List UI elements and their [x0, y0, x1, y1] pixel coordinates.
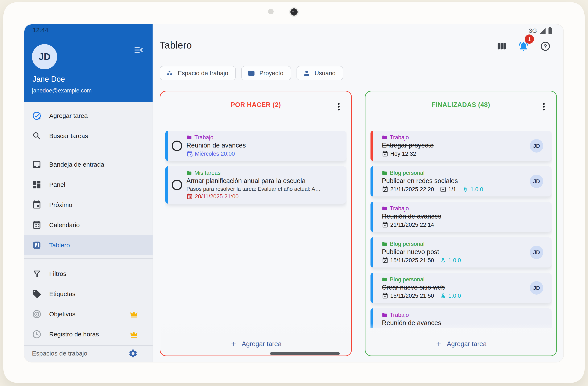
sidebar-item-label: Registro de horas	[49, 331, 99, 338]
task-title: Reunión de avances	[382, 212, 526, 221]
menu-collapse-icon[interactable]	[133, 44, 144, 56]
folder-icon	[382, 277, 387, 282]
meta-event-available: 21/11/2025 22:20	[382, 186, 434, 193]
column-footer: Agregar tarea	[161, 323, 351, 355]
task-card[interactable]: TrabajoReunión de avancesMiércoles 20:00	[165, 131, 347, 161]
rocket-icon	[440, 293, 446, 299]
columns-view-icon[interactable]	[496, 41, 507, 52]
project-label: Blog personal	[382, 276, 526, 283]
sidebar-item-buscar-tareas[interactable]: Buscar tareas	[24, 126, 153, 146]
task-card[interactable]: TrabajoEntregar proyectoHoy 12:32JD	[371, 131, 552, 161]
kebab-icon[interactable]	[539, 102, 549, 112]
board-icon	[32, 240, 42, 250]
column-por-hacer: POR HACER (2)TrabajoReunión de avancesMi…	[160, 91, 352, 356]
task-card[interactable]: Blog personalCrear nuevo sitio web15/11/…	[371, 273, 552, 303]
project-label: Blog personal	[382, 169, 526, 177]
rocket-icon	[440, 257, 446, 264]
sidebar-item-label: Panel	[49, 181, 65, 188]
sidebar-item-agregar-tarea[interactable]: Agregar tarea	[24, 106, 153, 126]
workspaces-bar[interactable]: Espacios de trabajo	[24, 345, 153, 362]
sidebar-header: 12:44 JD Jane Doe janedoe@example.com	[24, 24, 153, 102]
chip-label: Proyecto	[259, 70, 283, 77]
event-icon	[186, 193, 193, 200]
task-card[interactable]: Mis tareasArmar planificación anual para…	[165, 166, 347, 203]
main-area: 3G Tablero 1 ? Espacio de trabajoProyect…	[153, 24, 563, 362]
meta-event-available: 15/11/2025 21:50	[382, 293, 434, 299]
task-card[interactable]: TrabajoReunión de avances21/11/2025 22:1…	[371, 202, 552, 232]
crown-icon	[129, 329, 139, 339]
sidebar-item-objetivos[interactable]: Objetivos	[24, 304, 153, 324]
horizontal-scrollbar[interactable]	[270, 352, 340, 355]
gear-icon[interactable]	[128, 349, 138, 358]
filter-chip-usuario[interactable]: Usuario	[296, 66, 343, 80]
sidebar-divider	[24, 149, 153, 149]
sidebar-item-label: Buscar tareas	[49, 132, 88, 140]
complete-checkbox[interactable]	[172, 180, 182, 190]
add-task-button[interactable]: Agregar tarea	[435, 340, 487, 348]
event-available-icon	[382, 257, 388, 264]
sidebar-item-label: Filtros	[49, 270, 66, 277]
assignee-avatar: JD	[530, 175, 543, 188]
card-accent-bar	[371, 131, 373, 161]
task-card[interactable]: Blog personalPublicar nuevo post15/11/20…	[371, 237, 552, 267]
task-meta: 15/11/2025 21:501.0.0	[382, 256, 526, 264]
chip-label: Espacio de trabajo	[178, 70, 228, 77]
user-name: Jane Doe	[33, 75, 65, 84]
card-accent-bar	[371, 202, 373, 232]
meta-checklist: 1/1	[440, 186, 456, 193]
user-email: janedoe@example.com	[32, 87, 92, 94]
event-available-icon	[382, 293, 388, 299]
sidebar-item-calendario[interactable]: Calendario	[24, 215, 153, 235]
assignee-avatar: JD	[530, 139, 543, 153]
meta-event: 20/11/2025 21:00	[186, 193, 238, 200]
sidebar-item-label: Etiquetas	[49, 290, 75, 298]
meta-event-available: 21/11/2025 22:14	[382, 222, 434, 228]
sidebar-item-bandeja-de-entrada[interactable]: Bandeja de entrada	[24, 154, 153, 175]
sidebar-item-panel[interactable]: Panel	[24, 175, 153, 195]
upcoming-icon	[32, 200, 42, 210]
project-label: Trabajo	[186, 134, 321, 141]
filter-chip-proyecto[interactable]: Proyecto	[241, 66, 291, 80]
column-title: FINALIZADAS (48)	[365, 101, 556, 109]
sidebar-item-label: Agregar tarea	[49, 112, 88, 119]
task-meta: Hoy 12:32	[382, 150, 526, 158]
sidebar-item-label: Próximo	[49, 201, 72, 208]
card-accent-bar	[371, 273, 373, 303]
task-meta: 15/11/2025 21:501.0.0	[382, 292, 526, 300]
task-title: Crear nuevo sitio web	[382, 283, 526, 292]
column-finalizadas: FINALIZADAS (48)TrabajoEntregar proyecto…	[365, 91, 557, 356]
task-title: Reunión de avances	[186, 141, 321, 150]
signal-icon	[540, 28, 546, 34]
complete-checkbox[interactable]	[172, 141, 182, 151]
notifications-bell-icon[interactable]: 1	[518, 41, 529, 52]
help-icon[interactable]: ?	[540, 41, 551, 52]
task-card[interactable]: Blog personalPublicar en redes sociales2…	[371, 166, 552, 197]
add-task-icon	[32, 111, 42, 121]
event-available-icon	[382, 222, 388, 228]
task-title: Publicar en redes sociales	[382, 177, 526, 185]
tablet-frame: 12:44 JD Jane Doe janedoe@example.com Ag…	[3, 2, 585, 383]
sidebar-item-tablero[interactable]: Tablero	[24, 235, 153, 255]
column-cards: TrabajoEntregar proyectoHoy 12:32JDBlog …	[371, 131, 552, 328]
project-label: Trabajo	[382, 205, 526, 212]
sidebar-item-label: Calendario	[49, 222, 80, 229]
kebab-icon[interactable]	[334, 102, 344, 112]
project-label: Trabajo	[382, 311, 526, 319]
task-description: Pasos para resolver la tarea: Evaluar el…	[186, 185, 321, 192]
meta-event-available: 15/11/2025 21:50	[382, 257, 434, 264]
add-task-label: Agregar tarea	[447, 340, 487, 348]
column-title: POR HACER (2)	[160, 101, 351, 109]
sidebar-item-proximo[interactable]: Próximo	[24, 195, 153, 215]
plus-icon	[435, 340, 442, 348]
workspace-icon	[166, 69, 174, 77]
sidebar-item-registro-de-horas[interactable]: Registro de horas	[24, 324, 153, 345]
user-icon	[303, 69, 310, 77]
filter-chip-espacio-de-trabajo[interactable]: Espacio de trabajo	[160, 66, 236, 80]
dashboard-icon	[32, 180, 42, 189]
task-meta: Miércoles 20:00	[186, 150, 321, 158]
sidebar-item-etiquetas[interactable]: Etiquetas	[24, 284, 153, 304]
project-label: Trabajo	[382, 134, 526, 141]
sidebar-item-filtros[interactable]: Filtros	[24, 264, 153, 284]
meta-rocket: 1.0.0	[462, 186, 483, 193]
add-task-button[interactable]: Agregar tarea	[230, 340, 282, 348]
